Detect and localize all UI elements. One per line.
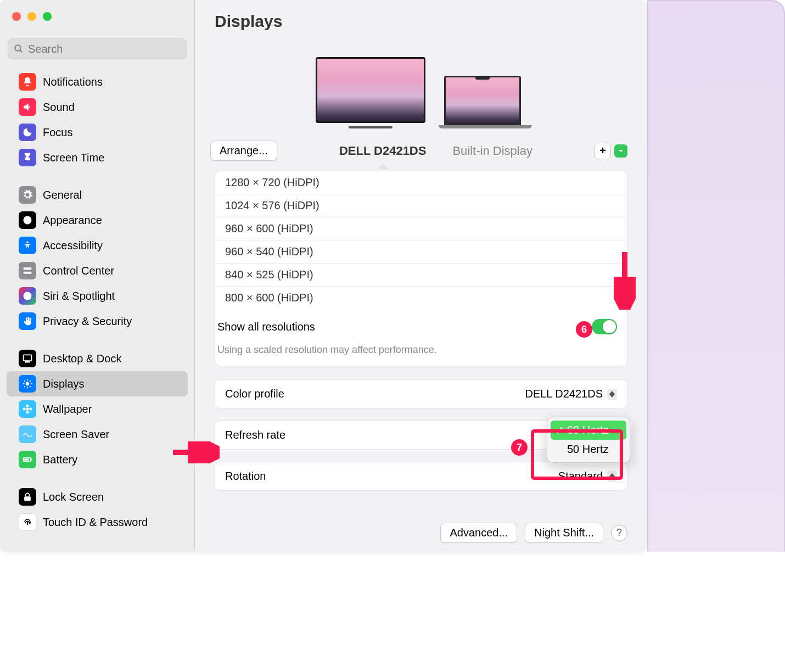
svg-line-16 [24,386,25,387]
svg-point-19 [26,405,29,407]
builtin-display-preview[interactable] [439,76,526,128]
svg-point-9 [26,382,30,386]
rotation-select[interactable]: Standard [558,470,617,483]
svg-point-0 [15,45,21,51]
resolution-option[interactable]: 1280 × 720 (HiDPI) [215,171,627,194]
sidebar-item-label: Siri & Spotlight [43,290,115,303]
sidebar-item-focus[interactable]: Focus [7,120,188,145]
sidebar-item-touch-id-password[interactable]: Touch ID & Password [7,509,188,535]
sidebar-item-notifications[interactable]: Notifications [7,69,188,94]
sidebar-item-desktop-dock[interactable]: Desktop & Dock [7,346,188,371]
refresh-rate-option-60[interactable]: 60 Hertz [551,421,626,440]
svg-line-15 [30,386,31,387]
sidebar-item-screen-time[interactable]: Screen Time [7,145,188,170]
refresh-rate-dropdown: 60 Hertz 50 Hertz [547,417,630,463]
refresh-rate-option-50[interactable]: 50 Hertz [551,440,626,459]
minimize-window-button[interactable] [27,12,36,21]
sidebar-item-label: Desktop & Dock [43,352,121,365]
hourglass-icon [19,149,36,166]
svg-rect-4 [24,267,32,270]
tab-external-display[interactable]: DELL D2421DS [339,144,427,158]
svg-line-14 [24,380,25,382]
color-profile-row: Color profile DELL D2421DS [215,379,627,408]
tab-builtin-display[interactable]: Built-in Display [452,144,532,158]
lock-icon [19,488,36,506]
sidebar-item-label: Notifications [43,76,103,88]
svg-rect-24 [31,458,32,460]
color-profile-value: DELL D2421DS [525,388,603,400]
color-profile-select[interactable]: DELL D2421DS [525,388,617,400]
dock-icon [19,350,36,367]
zoom-window-button[interactable] [43,12,52,21]
sidebar-item-lock-screen[interactable]: Lock Screen [7,484,188,509]
external-monitor-screen [316,57,425,123]
siri-icon [19,287,36,305]
builtin-display-screen [444,76,521,125]
sidebar-item-label: Lock Screen [43,491,104,503]
sidebar-item-sound[interactable]: Sound [7,94,188,120]
updown-icon [607,471,617,482]
external-monitor-preview[interactable] [316,57,425,128]
show-all-resolutions-toggle[interactable] [592,319,617,334]
window-controls [0,0,194,30]
rotation-row: Rotation Standard [215,462,627,491]
display-tabs-row: Arrange... DELL D2421DS Built-in Display… [195,131,647,171]
page-title: Displays [215,12,282,31]
svg-point-20 [26,411,29,413]
close-window-button[interactable] [12,12,21,21]
chevron-down-icon [618,148,624,154]
sidebar-item-label: Screen Time [43,152,104,164]
svg-line-17 [30,380,31,382]
header: Displays [195,0,647,31]
refresh-rate-row: Refresh rate 60 Hertz 60 Hertz 50 Hertz [215,421,627,450]
annotation-badge-6: 6 [576,321,592,338]
svg-point-21 [23,408,26,411]
sidebar-item-general[interactable]: General [7,182,188,208]
search-field[interactable] [8,38,187,59]
advanced-button[interactable]: Advanced... [440,523,517,543]
sidebar-item-displays[interactable]: Displays [7,371,188,396]
main-scroll[interactable]: 1280 × 720 (HiDPI)1024 × 576 (HiDPI)960 … [195,171,647,523]
resolution-option[interactable]: 960 × 600 (HiDPI) [215,217,627,240]
sidebar-item-accessibility[interactable]: Accessibility [7,233,188,258]
resolution-option[interactable]: 1024 × 576 (HiDPI) [215,194,627,217]
laptop-base [439,125,532,128]
search-input[interactable] [28,43,181,55]
sidebar-item-label: Accessibility [43,239,103,252]
page-background-bottom [0,552,785,672]
content-area: Displays Arrange... DELL D2421DS Built-i… [195,0,647,552]
speaker-icon [19,98,36,116]
sidebar-item-label: Battery [43,453,77,466]
sidebar-item-privacy-security[interactable]: Privacy & Security [7,309,188,334]
night-shift-button[interactable]: Night Shift... [525,523,603,543]
svg-rect-8 [25,361,30,363]
resolution-option[interactable]: 800 × 600 (HiDPI) [215,287,627,309]
sidebar-item-label: Focus [43,126,72,139]
svg-point-3 [26,242,28,243]
gear-icon [19,186,36,204]
svg-point-18 [26,408,29,411]
arrange-button[interactable]: Arrange... [210,141,277,161]
sidebar-item-label: Screen Saver [43,428,109,441]
sidebar-item-label: Touch ID & Password [43,516,148,529]
help-button[interactable]: ? [611,525,627,541]
resolution-option[interactable]: 960 × 540 (HiDPI) [215,240,627,264]
wave-icon [19,425,36,443]
add-display-menu-button[interactable] [614,144,627,158]
bell-icon [19,73,36,91]
search-icon [14,44,24,54]
svg-rect-5 [24,272,32,274]
moon-icon [19,124,36,141]
add-display-button[interactable]: + [595,143,611,159]
sidebar-item-wallpaper[interactable]: Wallpaper [7,396,188,422]
battery-icon [19,451,36,468]
updown-icon [607,389,617,400]
color-profile-label: Color profile [225,388,284,400]
sidebar-item-battery[interactable]: Battery [7,447,188,472]
resolution-option[interactable]: 840 × 525 (HiDPI) [215,264,627,287]
sidebar-item-appearance[interactable]: Appearance [7,208,188,233]
sidebar-item-siri-spotlight[interactable]: Siri & Spotlight [7,283,188,309]
sidebar-item-screen-saver[interactable]: Screen Saver [7,422,188,447]
sidebar-item-control-center[interactable]: Control Center [7,258,188,283]
show-all-resolutions-label: Show all resolutions [215,321,315,333]
